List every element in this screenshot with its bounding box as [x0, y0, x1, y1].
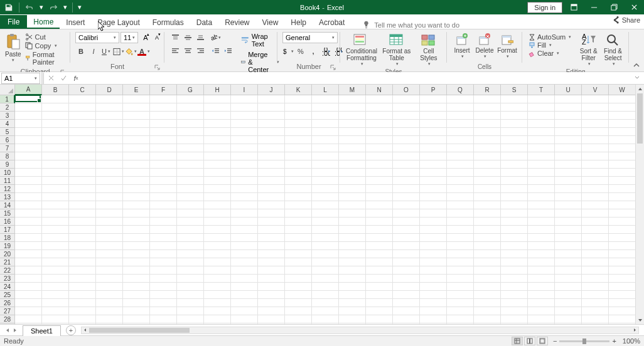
active-cell[interactable]: [14, 95, 41, 102]
scroll-right-icon[interactable]: [631, 328, 638, 332]
column-header[interactable]: N: [366, 85, 393, 95]
decrease-font-icon[interactable]: A▾: [152, 33, 162, 43]
tab-home[interactable]: Home: [27, 15, 60, 29]
column-header[interactable]: S: [501, 85, 528, 95]
sign-in-button[interactable]: Sign in: [527, 2, 562, 13]
normal-view-icon[interactable]: [512, 337, 523, 345]
tab-data[interactable]: Data: [190, 16, 218, 29]
sheet-nav-next-icon[interactable]: [13, 327, 18, 334]
underline-button[interactable]: U▾: [100, 46, 112, 57]
row-header[interactable]: 14: [0, 201, 15, 209]
name-box[interactable]: A1▾: [1, 73, 40, 84]
row-header[interactable]: 12: [0, 185, 15, 193]
column-header[interactable]: C: [69, 85, 96, 95]
save-icon[interactable]: [3, 1, 15, 14]
close-icon[interactable]: [625, 1, 643, 14]
sheet-tab[interactable]: Sheet1: [23, 325, 61, 336]
row-header[interactable]: 22: [0, 266, 15, 275]
orientation-icon[interactable]: ab▾: [210, 32, 221, 43]
align-left-icon[interactable]: [169, 45, 181, 56]
align-right-icon[interactable]: [195, 45, 206, 56]
align-bottom-icon[interactable]: [195, 32, 206, 43]
tell-me-search[interactable]: Tell me what you want to do: [362, 21, 459, 29]
number-format-select[interactable]: General▾: [282, 32, 338, 43]
column-header[interactable]: J: [258, 85, 285, 95]
redo-dropdown[interactable]: ▾: [62, 3, 68, 11]
tab-review[interactable]: Review: [218, 16, 255, 29]
align-top-icon[interactable]: [169, 32, 181, 43]
row-header[interactable]: 1: [0, 95, 15, 103]
tab-insert[interactable]: Insert: [60, 16, 91, 29]
column-header[interactable]: E: [123, 85, 150, 95]
merge-center-button[interactable]: Merge & Center▾: [239, 50, 282, 74]
wrap-text-button[interactable]: Wrap Text: [239, 32, 282, 48]
bold-button[interactable]: B: [75, 46, 87, 57]
find-select-button[interactable]: Find & Select▾: [602, 32, 624, 66]
row-header[interactable]: 28: [0, 315, 15, 323]
scroll-up-icon[interactable]: [636, 85, 644, 93]
font-size-select[interactable]: 11▾: [121, 32, 138, 43]
row-header[interactable]: 19: [0, 242, 15, 250]
qat-customize[interactable]: ▾: [77, 3, 83, 11]
ribbon-display-options-icon[interactable]: [565, 1, 582, 14]
insert-function-icon[interactable]: fx: [70, 73, 82, 84]
collapse-ribbon-icon[interactable]: [633, 61, 641, 70]
enter-formula-icon[interactable]: [58, 73, 69, 84]
column-header[interactable]: M: [339, 85, 366, 95]
formula-bar-input[interactable]: [82, 73, 634, 84]
row-header[interactable]: 7: [0, 144, 15, 152]
tab-formulas[interactable]: Formulas: [146, 16, 190, 29]
zoom-slider[interactable]: [559, 340, 609, 342]
decrease-indent-icon[interactable]: [210, 45, 221, 56]
tab-file[interactable]: File: [0, 15, 27, 29]
column-header[interactable]: R: [474, 85, 501, 95]
column-header[interactable]: U: [555, 85, 582, 95]
scroll-down-icon[interactable]: [636, 316, 644, 324]
row-header[interactable]: 5: [0, 128, 15, 136]
row-header[interactable]: 24: [0, 283, 15, 291]
row-header[interactable]: 3: [0, 112, 15, 120]
redo-icon[interactable]: [47, 1, 60, 14]
row-header[interactable]: 17: [0, 226, 15, 234]
sort-filter-button[interactable]: AZSort & Filter▾: [577, 32, 599, 66]
column-header[interactable]: T: [528, 85, 555, 95]
column-header[interactable]: P: [420, 85, 447, 95]
zoom-in-icon[interactable]: +: [612, 337, 616, 345]
format-cells-button[interactable]: Format▾: [497, 32, 517, 59]
insert-cells-button[interactable]: Insert▾: [452, 32, 472, 59]
font-color-button[interactable]: A▾: [138, 46, 149, 57]
column-header[interactable]: F: [150, 85, 177, 95]
column-header[interactable]: Q: [447, 85, 474, 95]
undo-icon[interactable]: [23, 1, 36, 14]
delete-cells-button[interactable]: Delete▾: [475, 32, 495, 59]
row-header[interactable]: 26: [0, 299, 15, 307]
restore-icon[interactable]: [605, 1, 623, 14]
align-middle-icon[interactable]: [182, 32, 193, 43]
cell-styles-button[interactable]: Cell Styles▾: [416, 32, 442, 66]
name-box-resize[interactable]: [41, 73, 44, 84]
font-dialog-launcher[interactable]: [154, 64, 160, 70]
tab-acrobat[interactable]: Acrobat: [313, 16, 351, 29]
select-all-corner[interactable]: [0, 85, 15, 95]
comma-format-icon[interactable]: ,: [308, 46, 319, 57]
column-header[interactable]: I: [231, 85, 258, 95]
vscroll-thumb[interactable]: [637, 93, 643, 144]
sheet-nav-prev-icon[interactable]: [5, 327, 10, 334]
column-header[interactable]: V: [582, 85, 609, 95]
row-header[interactable]: 27: [0, 307, 15, 315]
increase-indent-icon[interactable]: [222, 45, 233, 56]
minimize-icon[interactable]: [585, 1, 603, 14]
increase-font-icon[interactable]: A▴: [141, 33, 151, 43]
horizontal-scrollbar[interactable]: [81, 327, 639, 334]
tab-page-layout[interactable]: Page Layout: [91, 16, 146, 29]
row-header[interactable]: 16: [0, 218, 15, 226]
row-header[interactable]: 13: [0, 193, 15, 201]
increase-decimal-icon[interactable]: .0.00: [320, 46, 331, 57]
column-header[interactable]: D: [96, 85, 123, 95]
row-header[interactable]: 6: [0, 136, 15, 144]
column-header[interactable]: H: [204, 85, 231, 95]
row-header[interactable]: 2: [0, 103, 15, 112]
font-name-select[interactable]: Calibri▾: [75, 32, 119, 43]
percent-format-icon[interactable]: %: [295, 46, 306, 57]
undo-dropdown[interactable]: ▾: [38, 3, 45, 11]
